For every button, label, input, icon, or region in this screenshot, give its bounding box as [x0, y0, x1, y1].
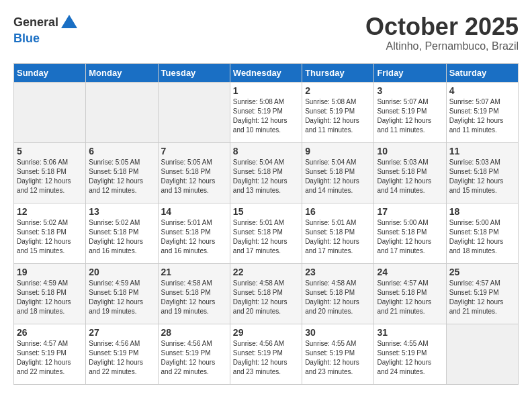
day-info: Sunrise: 5:06 AM Sunset: 5:18 PM Dayligh…: [17, 158, 83, 195]
page-header: General Blue October 2025 Altinho, Perna…: [13, 13, 519, 52]
calendar-cell: 27Sunrise: 4:56 AM Sunset: 5:19 PM Dayli…: [86, 324, 158, 384]
calendar-cell: 8Sunrise: 5:04 AM Sunset: 5:18 PM Daylig…: [230, 142, 302, 203]
calendar-cell: 22Sunrise: 4:58 AM Sunset: 5:18 PM Dayli…: [230, 263, 302, 324]
day-number: 10: [377, 146, 443, 156]
day-info: Sunrise: 5:01 AM Sunset: 5:18 PM Dayligh…: [233, 218, 299, 256]
calendar-cell: 1Sunrise: 5:08 AM Sunset: 5:19 PM Daylig…: [230, 82, 302, 142]
day-info: Sunrise: 4:56 AM Sunset: 5:19 PM Dayligh…: [89, 339, 154, 377]
calendar-cell: 29Sunrise: 4:56 AM Sunset: 5:19 PM Dayli…: [230, 324, 302, 384]
day-number: 7: [161, 146, 227, 156]
day-number: 15: [233, 206, 299, 217]
day-info: Sunrise: 5:03 AM Sunset: 5:18 PM Dayligh…: [449, 158, 515, 195]
calendar-cell: 18Sunrise: 5:00 AM Sunset: 5:18 PM Dayli…: [446, 203, 518, 263]
calendar-cell: [14, 82, 86, 142]
day-info: Sunrise: 5:05 AM Sunset: 5:18 PM Dayligh…: [89, 158, 154, 195]
calendar-cell: 4Sunrise: 5:07 AM Sunset: 5:19 PM Daylig…: [446, 82, 518, 142]
calendar-cell: 13Sunrise: 5:02 AM Sunset: 5:18 PM Dayli…: [86, 203, 158, 263]
day-info: Sunrise: 4:57 AM Sunset: 5:18 PM Dayligh…: [377, 279, 443, 316]
calendar-cell: 9Sunrise: 5:04 AM Sunset: 5:18 PM Daylig…: [302, 142, 374, 203]
calendar-cell: 7Sunrise: 5:05 AM Sunset: 5:18 PM Daylig…: [158, 142, 230, 203]
day-info: Sunrise: 5:04 AM Sunset: 5:18 PM Dayligh…: [233, 158, 299, 195]
svg-marker-1: [62, 17, 76, 27]
day-info: Sunrise: 4:56 AM Sunset: 5:19 PM Dayligh…: [161, 339, 227, 377]
day-number: 24: [377, 267, 443, 277]
week-row-2: 5Sunrise: 5:06 AM Sunset: 5:18 PM Daylig…: [14, 142, 519, 203]
calendar-cell: 17Sunrise: 5:00 AM Sunset: 5:18 PM Dayli…: [374, 203, 446, 263]
day-info: Sunrise: 5:08 AM Sunset: 5:19 PM Dayligh…: [305, 97, 371, 135]
calendar-cell: 11Sunrise: 5:03 AM Sunset: 5:18 PM Dayli…: [446, 142, 518, 203]
calendar-cell: 6Sunrise: 5:05 AM Sunset: 5:18 PM Daylig…: [86, 142, 158, 203]
day-number: 1: [233, 85, 299, 96]
day-info: Sunrise: 5:02 AM Sunset: 5:18 PM Dayligh…: [89, 218, 154, 256]
weekday-header-row: SundayMondayTuesdayWednesdayThursdayFrid…: [14, 63, 519, 82]
day-number: 14: [161, 206, 227, 217]
day-info: Sunrise: 5:05 AM Sunset: 5:18 PM Dayligh…: [161, 158, 227, 195]
day-number: 16: [305, 206, 371, 217]
weekday-header-thursday: Thursday: [302, 63, 374, 82]
calendar-cell: 5Sunrise: 5:06 AM Sunset: 5:18 PM Daylig…: [14, 142, 86, 203]
calendar-cell: 10Sunrise: 5:03 AM Sunset: 5:18 PM Dayli…: [374, 142, 446, 203]
calendar-cell: 24Sunrise: 4:57 AM Sunset: 5:18 PM Dayli…: [374, 263, 446, 324]
title-block: October 2025 Altinho, Pernambuco, Brazil: [365, 13, 519, 52]
calendar-table: SundayMondayTuesdayWednesdayThursdayFrid…: [13, 63, 519, 385]
day-number: 23: [305, 267, 371, 277]
calendar-cell: 16Sunrise: 5:01 AM Sunset: 5:18 PM Dayli…: [302, 203, 374, 263]
week-row-1: 1Sunrise: 5:08 AM Sunset: 5:19 PM Daylig…: [14, 82, 519, 142]
calendar-cell: [86, 82, 158, 142]
day-number: 19: [17, 267, 83, 277]
calendar-cell: 20Sunrise: 4:59 AM Sunset: 5:18 PM Dayli…: [86, 263, 158, 324]
day-number: 31: [377, 327, 443, 338]
day-info: Sunrise: 4:56 AM Sunset: 5:19 PM Dayligh…: [233, 339, 299, 377]
weekday-header-sunday: Sunday: [14, 63, 86, 82]
day-number: 27: [89, 327, 154, 338]
day-number: 4: [449, 85, 515, 96]
day-info: Sunrise: 5:08 AM Sunset: 5:19 PM Dayligh…: [233, 97, 299, 135]
calendar-cell: 31Sunrise: 4:55 AM Sunset: 5:19 PM Dayli…: [374, 324, 446, 384]
logo: General Blue: [13, 13, 79, 46]
calendar-cell: [446, 324, 518, 384]
month-title: October 2025: [365, 13, 519, 40]
day-info: Sunrise: 5:04 AM Sunset: 5:18 PM Dayligh…: [305, 158, 371, 195]
day-info: Sunrise: 5:00 AM Sunset: 5:18 PM Dayligh…: [377, 218, 443, 256]
day-info: Sunrise: 4:57 AM Sunset: 5:19 PM Dayligh…: [449, 279, 515, 316]
day-info: Sunrise: 5:02 AM Sunset: 5:18 PM Dayligh…: [17, 218, 83, 256]
day-number: 30: [305, 327, 371, 338]
day-info: Sunrise: 4:58 AM Sunset: 5:18 PM Dayligh…: [161, 279, 227, 316]
day-number: 25: [449, 267, 515, 277]
day-info: Sunrise: 4:55 AM Sunset: 5:19 PM Dayligh…: [305, 339, 371, 377]
calendar-cell: 2Sunrise: 5:08 AM Sunset: 5:19 PM Daylig…: [302, 82, 374, 142]
day-number: 29: [233, 327, 299, 338]
day-number: 8: [233, 146, 299, 156]
day-info: Sunrise: 5:01 AM Sunset: 5:18 PM Dayligh…: [305, 218, 371, 256]
day-number: 5: [17, 146, 83, 156]
day-number: 12: [17, 206, 83, 217]
calendar-cell: 12Sunrise: 5:02 AM Sunset: 5:18 PM Dayli…: [14, 203, 86, 263]
calendar-cell: [158, 82, 230, 142]
logo-blue: Blue: [13, 32, 40, 46]
week-row-4: 19Sunrise: 4:59 AM Sunset: 5:18 PM Dayli…: [14, 263, 519, 324]
location-title: Altinho, Pernambuco, Brazil: [365, 40, 519, 52]
day-info: Sunrise: 5:03 AM Sunset: 5:18 PM Dayligh…: [377, 158, 443, 195]
day-number: 3: [377, 85, 443, 96]
day-number: 11: [449, 146, 515, 156]
calendar-cell: 28Sunrise: 4:56 AM Sunset: 5:19 PM Dayli…: [158, 324, 230, 384]
day-info: Sunrise: 5:07 AM Sunset: 5:19 PM Dayligh…: [449, 97, 515, 135]
day-info: Sunrise: 4:58 AM Sunset: 5:18 PM Dayligh…: [233, 279, 299, 316]
logo-icon: [60, 13, 79, 32]
day-number: 22: [233, 267, 299, 277]
day-number: 6: [89, 146, 154, 156]
calendar-cell: 21Sunrise: 4:58 AM Sunset: 5:18 PM Dayli…: [158, 263, 230, 324]
logo-general: General: [13, 16, 58, 30]
day-info: Sunrise: 4:57 AM Sunset: 5:19 PM Dayligh…: [17, 339, 83, 377]
day-number: 26: [17, 327, 83, 338]
calendar-cell: 30Sunrise: 4:55 AM Sunset: 5:19 PM Dayli…: [302, 324, 374, 384]
weekday-header-tuesday: Tuesday: [158, 63, 230, 82]
day-info: Sunrise: 4:58 AM Sunset: 5:18 PM Dayligh…: [305, 279, 371, 316]
day-number: 28: [161, 327, 227, 338]
calendar-cell: 14Sunrise: 5:01 AM Sunset: 5:18 PM Dayli…: [158, 203, 230, 263]
day-info: Sunrise: 4:55 AM Sunset: 5:19 PM Dayligh…: [377, 339, 443, 377]
weekday-header-saturday: Saturday: [446, 63, 518, 82]
day-number: 13: [89, 206, 154, 217]
day-info: Sunrise: 4:59 AM Sunset: 5:18 PM Dayligh…: [89, 279, 154, 316]
weekday-header-monday: Monday: [86, 63, 158, 82]
